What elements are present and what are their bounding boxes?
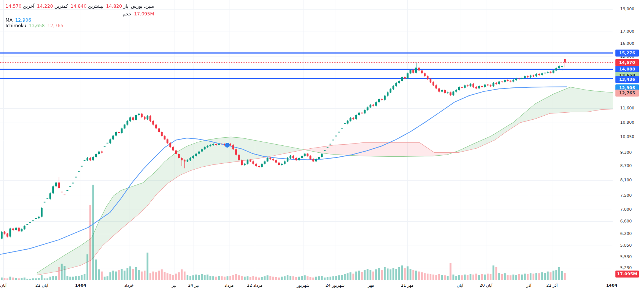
y-axis-label: 10,800 — [620, 120, 634, 125]
x-axis-tick: آبان — [0, 283, 7, 288]
volume-value: 17.095M — [134, 11, 154, 17]
trading-chart-app: مبین, بورس باز14,820 بیشترین14,840 کمتری… — [0, 0, 644, 290]
high-value: 14,840 — [70, 4, 87, 9]
x-axis-tick: 1404 — [606, 283, 618, 288]
open-pair: باز14,820 — [106, 4, 128, 9]
y-axis-label: 19,000 — [620, 7, 634, 11]
legend-ichimoku-row: Ichimoku 13,658 12,765 — [5, 23, 154, 28]
ichimoku-senkou-b-value: 12,765 — [47, 23, 63, 28]
y-axis-label: 6,200 — [620, 231, 632, 236]
price-badge: 12,765 — [615, 90, 639, 97]
price-chart-canvas[interactable] — [0, 0, 613, 281]
x-axis-tick: مهر — [368, 283, 374, 288]
volume-label: حجم — [123, 11, 132, 17]
x-axis-tick: 24 شهریور — [325, 283, 345, 288]
x-axis-tick: 22 آبان — [35, 283, 48, 288]
symbol-name[interactable]: مبین, بورس — [131, 4, 154, 9]
open-label: باز — [124, 4, 128, 9]
x-axis-tick: 21 مهر — [401, 283, 414, 288]
price-badge: 13,436 — [615, 76, 639, 83]
x-axis-tick: آبان — [457, 283, 463, 288]
x-axis-tick: 20 آبان — [479, 283, 492, 288]
y-axis-label: 5,530 — [620, 254, 632, 259]
x-axis-tick: مرداد — [225, 283, 234, 288]
price-badge: 17.095M — [615, 271, 639, 278]
y-axis-label: 9,300 — [620, 150, 632, 155]
low-label: کمترین — [55, 4, 68, 9]
open-value: 14,820 — [106, 4, 122, 9]
price-badge: 15,276 — [615, 50, 639, 57]
low-pair: کمترین14,220 — [37, 4, 68, 9]
y-axis-label: 5,230 — [620, 265, 632, 270]
y-axis-label: 7,000 — [620, 207, 632, 212]
x-axis-tick: 22 آذر — [547, 283, 558, 288]
last-label: آخرین — [23, 4, 34, 9]
y-axis-label: 7,500 — [620, 193, 632, 198]
y-axis-label: 17,000 — [620, 29, 634, 34]
y-axis-label: 5,850 — [620, 243, 632, 248]
x-axis-tick: 24 تیر — [188, 283, 199, 288]
x-axis-tick: تیر — [172, 283, 176, 288]
x-axis-tick: 22 مرداد — [247, 283, 262, 288]
legend-volume-row: حجم 17.095M — [5, 11, 154, 17]
high-pair: بیشترین14,840 — [70, 4, 103, 9]
y-axis-label: 16,000 — [620, 41, 634, 46]
price-axis[interactable]: 19,00017,00016,00015,00011,60010,80010,0… — [613, 0, 644, 281]
high-label: بیشترین — [88, 4, 103, 9]
price-badge: 14,570 — [615, 59, 639, 66]
y-axis-label: 11,600 — [620, 106, 634, 110]
x-axis-tick: 1404 — [75, 283, 87, 288]
low-value: 14,220 — [37, 4, 53, 9]
last-pair: آخرین14,570 — [5, 4, 34, 9]
x-axis-tick: آذر — [526, 283, 531, 288]
ma-label[interactable]: MA — [5, 18, 12, 23]
y-axis-label: 10,050 — [620, 134, 634, 139]
x-axis-tick: خرداد — [124, 283, 134, 288]
legend: مبین, بورس باز14,820 بیشترین14,840 کمتری… — [5, 4, 154, 29]
ichimoku-label[interactable]: Ichimoku — [5, 23, 26, 28]
ma-value: 12,906 — [15, 18, 31, 23]
legend-ma-row: MA 12,906 — [5, 18, 154, 23]
x-axis-tick: شهریور — [297, 283, 309, 288]
legend-ohlc-row: مبین, بورس باز14,820 بیشترین14,840 کمتری… — [5, 4, 154, 9]
ichimoku-senkou-a-value: 13,658 — [29, 23, 45, 28]
time-axis[interactable]: آبان22 آبان1404خردادتیر24 تیرمرداد22 مرد… — [0, 281, 644, 290]
y-axis-label: 8,100 — [620, 178, 632, 182]
y-axis-label: 8,700 — [620, 163, 632, 168]
last-value: 14,570 — [5, 4, 22, 9]
y-axis-label: 6,600 — [620, 219, 632, 224]
